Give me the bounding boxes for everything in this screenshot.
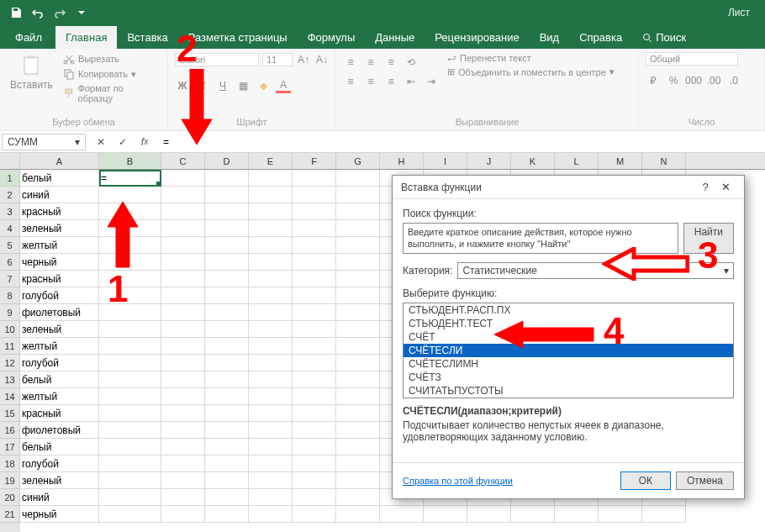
column-header[interactable]: A — [20, 153, 99, 169]
cell[interactable] — [249, 304, 293, 321]
cell[interactable]: черный — [20, 254, 99, 271]
cell[interactable] — [205, 355, 249, 371]
cell[interactable] — [249, 187, 293, 203]
ok-button[interactable]: ОК — [620, 471, 671, 490]
cell[interactable]: синий — [20, 489, 99, 506]
currency-icon[interactable]: ₽ — [646, 73, 661, 88]
cell[interactable] — [249, 203, 293, 220]
function-list-item[interactable]: СЧИТАТЬПУСТОТЫ — [404, 384, 733, 398]
underline-icon[interactable]: Ч — [215, 78, 230, 93]
row-header[interactable]: 7 — [0, 271, 20, 287]
cell[interactable] — [99, 287, 161, 304]
cell[interactable] — [161, 472, 205, 489]
row-header[interactable]: 1 — [0, 170, 20, 187]
row-header[interactable]: 12 — [0, 355, 20, 371]
cell[interactable] — [336, 371, 380, 388]
cell[interactable] — [205, 371, 249, 388]
bold-icon[interactable]: Ж — [175, 78, 190, 93]
function-list-item[interactable]: СТЬЮДЕНТ.ТЕСТ — [404, 317, 733, 330]
cell[interactable] — [205, 489, 249, 506]
cell[interactable] — [161, 456, 205, 472]
cell[interactable] — [99, 422, 161, 439]
cell[interactable] — [336, 287, 380, 304]
cancel-formula-button[interactable]: ✕ — [91, 134, 111, 150]
cell[interactable] — [249, 220, 293, 237]
cell[interactable] — [336, 304, 380, 321]
cell[interactable] — [293, 489, 336, 506]
cell[interactable] — [205, 456, 249, 472]
column-header[interactable]: H — [380, 153, 424, 169]
cell[interactable] — [99, 489, 161, 506]
cell[interactable]: фиолетовый — [20, 422, 99, 439]
cell[interactable] — [249, 506, 293, 523]
cut-button[interactable]: Вырезать — [61, 52, 161, 66]
cell[interactable] — [336, 355, 380, 371]
cell[interactable]: = — [99, 170, 161, 187]
cell[interactable] — [293, 355, 336, 371]
cell[interactable] — [336, 170, 380, 187]
cell[interactable] — [336, 321, 380, 338]
cell[interactable]: черный — [20, 506, 99, 523]
number-format-select[interactable]: Общий — [646, 52, 738, 66]
cell[interactable] — [205, 220, 249, 237]
cell[interactable] — [99, 371, 161, 388]
column-header[interactable]: E — [249, 153, 293, 169]
cell[interactable] — [293, 456, 336, 472]
name-box[interactable]: СУММ▾ — [2, 134, 86, 150]
cell[interactable] — [205, 237, 249, 254]
cell[interactable] — [467, 506, 511, 523]
cell[interactable] — [249, 388, 293, 405]
cell[interactable] — [161, 405, 205, 422]
cell[interactable] — [293, 371, 336, 388]
decrease-decimal-icon[interactable]: .0 — [726, 73, 741, 88]
row-header[interactable]: 2 — [0, 187, 20, 203]
cell[interactable]: красный — [20, 405, 99, 422]
row-header[interactable]: 10 — [0, 321, 20, 338]
function-list-item[interactable]: СЧЁТЗ — [404, 371, 733, 384]
cell[interactable] — [249, 456, 293, 472]
percent-icon[interactable]: % — [666, 73, 681, 88]
paste-button[interactable]: Вставить — [7, 52, 56, 92]
row-header[interactable]: 19 — [0, 472, 20, 489]
cell[interactable]: синий — [20, 187, 99, 203]
cell[interactable] — [161, 489, 205, 506]
column-header[interactable]: M — [599, 153, 642, 169]
cell[interactable]: белый — [20, 371, 99, 388]
cell[interactable] — [161, 371, 205, 388]
save-button[interactable] — [7, 3, 25, 22]
find-button[interactable]: Найти — [683, 223, 734, 254]
cell[interactable]: зеленый — [20, 220, 99, 237]
cell[interactable] — [336, 506, 380, 523]
insert-function-button[interactable]: fx — [135, 134, 155, 150]
cell[interactable] — [293, 220, 336, 237]
cell[interactable] — [205, 304, 249, 321]
cell[interactable] — [249, 321, 293, 338]
border-icon[interactable]: ▦ — [235, 78, 251, 93]
function-list-item[interactable]: СТЬЮДЕНТ.РАСП.ПХ — [404, 303, 733, 317]
copy-button[interactable]: Копировать ▾ — [61, 67, 161, 81]
increase-decimal-icon[interactable]: .00 — [706, 73, 721, 88]
formula-input[interactable] — [158, 134, 765, 150]
cell[interactable] — [293, 506, 336, 523]
function-help-link[interactable]: Справка по этой функции — [403, 476, 615, 486]
cell[interactable] — [99, 456, 161, 472]
align-top-icon[interactable]: ≡ — [343, 55, 358, 70]
cell[interactable] — [99, 405, 161, 422]
column-header[interactable]: G — [336, 153, 380, 169]
cell[interactable] — [336, 338, 380, 355]
cell[interactable] — [99, 304, 161, 321]
function-list[interactable]: СТЬЮДЕНТ.РАСП.ПХСТЬЮДЕНТ.ТЕСТСЧЁТСЧЁТЕСЛ… — [403, 303, 734, 398]
row-header[interactable]: 18 — [0, 456, 20, 472]
dialog-close-button[interactable]: ✕ — [715, 181, 736, 193]
cell[interactable] — [336, 237, 380, 254]
function-list-item[interactable]: СЧЁТ — [404, 330, 733, 344]
cell[interactable] — [249, 254, 293, 271]
tab-help[interactable]: Справка — [569, 26, 632, 49]
column-header[interactable]: L — [555, 153, 599, 169]
align-left-icon[interactable]: ≡ — [343, 74, 358, 89]
cell[interactable] — [161, 388, 205, 405]
cell[interactable] — [293, 170, 336, 187]
row-header[interactable]: 14 — [0, 388, 20, 405]
function-list-item[interactable]: СЧЁТЕСЛИ — [404, 344, 733, 357]
orientation-icon[interactable]: ⟲ — [404, 55, 419, 70]
